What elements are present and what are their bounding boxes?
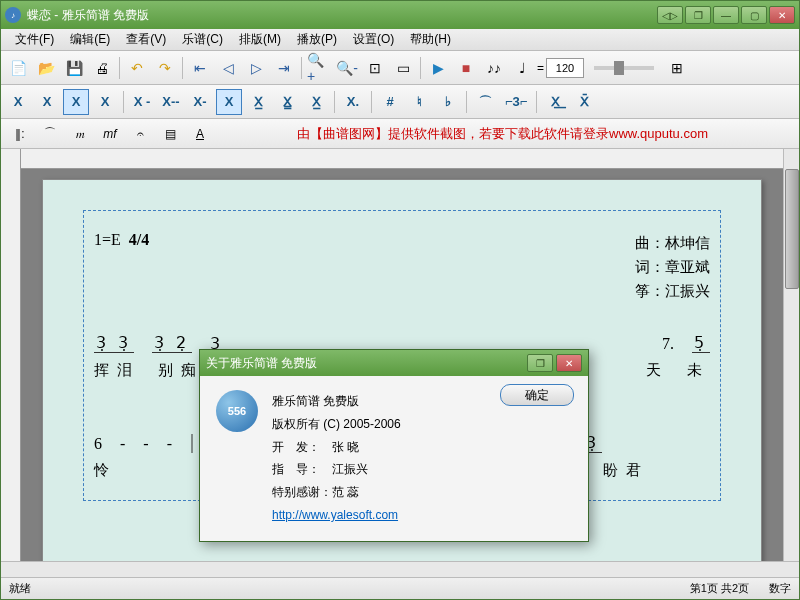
prev-icon[interactable]: ◁	[215, 55, 241, 81]
repeat-btn[interactable]: ‖:	[7, 122, 33, 146]
note-low-btn[interactable]: X͟	[542, 89, 568, 115]
redo-icon[interactable]: ↷	[152, 55, 178, 81]
note: 6	[94, 435, 102, 453]
settings-icon[interactable]: ⊞	[664, 55, 690, 81]
play-icon[interactable]: ▶	[425, 55, 451, 81]
zoom-in-icon[interactable]: 🔍+	[306, 55, 332, 81]
ruler-vertical	[1, 149, 21, 561]
maximize-button[interactable]: ▢	[741, 6, 767, 24]
status-text: 就绪	[9, 581, 690, 596]
triplet-btn[interactable]: ⌐3⌐	[501, 89, 531, 115]
scrollbar-vertical[interactable]	[783, 149, 799, 561]
note-btn[interactable]: X̳	[274, 89, 300, 115]
tempo-input[interactable]	[546, 58, 584, 78]
undo-icon[interactable]: ↶	[124, 55, 150, 81]
separator	[334, 91, 335, 113]
menu-edit[interactable]: 编辑(E)	[62, 29, 118, 50]
print-icon[interactable]: 🖨	[89, 55, 115, 81]
main-window: ♪ 蝶恋 - 雅乐简谱 免费版 ◁▷ ❐ — ▢ ✕ 文件(F) 编辑(E) 查…	[0, 0, 800, 600]
note-btn[interactable]: X	[5, 89, 31, 115]
ornament-btn[interactable]: 𝄐	[127, 122, 153, 146]
dialog-info: 雅乐简谱 免费版 版权所有 (C) 2005-2006 开 发： 张 晓 指 导…	[272, 390, 401, 527]
separator	[182, 57, 183, 79]
note-high-btn[interactable]: X̄	[571, 89, 597, 115]
zoom-page-icon[interactable]: ▭	[390, 55, 416, 81]
slider-thumb[interactable]	[614, 61, 624, 75]
note-btn[interactable]: X̲	[303, 89, 329, 115]
menu-layout[interactable]: 排版(M)	[231, 29, 289, 50]
time-sig: 4/4	[129, 231, 149, 248]
menu-settings[interactable]: 设置(O)	[345, 29, 402, 50]
lyric: 挥泪	[94, 361, 140, 380]
tempo-label: =	[537, 61, 544, 75]
note-icon[interactable]: ♩	[509, 55, 535, 81]
note: -	[120, 435, 125, 453]
about-dialog: 关于雅乐简谱 免费版 ❐ ✕ 556 雅乐简谱 免费版 版权所有 (C) 200…	[199, 349, 589, 542]
menu-play[interactable]: 播放(P)	[289, 29, 345, 50]
note-btn-active[interactable]: X	[63, 89, 89, 115]
text-btn[interactable]: ▤	[157, 122, 183, 146]
last-icon[interactable]: ⇥	[271, 55, 297, 81]
lyric: 盼君	[603, 461, 649, 480]
credit-label: 曲：	[635, 235, 665, 251]
save-icon[interactable]: 💾	[61, 55, 87, 81]
tempo-slider[interactable]	[594, 66, 654, 70]
menu-help[interactable]: 帮助(H)	[402, 29, 459, 50]
separator	[301, 57, 302, 79]
note-dot-btn[interactable]: X.	[340, 89, 366, 115]
note-btn[interactable]: X	[34, 89, 60, 115]
dialog-restore-icon[interactable]: ❐	[527, 354, 553, 372]
note-btn-active[interactable]: X	[216, 89, 242, 115]
fermata-btn[interactable]: 𝆐	[67, 122, 93, 146]
promo-link[interactable]: www.quputu.com	[609, 126, 708, 141]
next-icon[interactable]: ▷	[243, 55, 269, 81]
open-icon[interactable]: 📂	[33, 55, 59, 81]
zoom-out-icon[interactable]: 🔍-	[334, 55, 360, 81]
stop-icon[interactable]: ■	[453, 55, 479, 81]
app-icon: ♪	[5, 7, 21, 23]
ok-button[interactable]: 确定	[500, 384, 574, 406]
font-btn[interactable]: A	[187, 122, 213, 146]
flat-btn[interactable]: ♭	[435, 89, 461, 115]
toolbar-format: ‖: ⌒ 𝆐 mf 𝄐 ▤ A 由【曲谱图网】提供软件截图，若要下载此软件请登录…	[1, 119, 799, 149]
first-icon[interactable]: ⇤	[187, 55, 213, 81]
window-buttons: ◁▷ ❐ — ▢ ✕	[657, 6, 795, 24]
sharp-btn[interactable]: #	[377, 89, 403, 115]
note-btn[interactable]: X̲	[245, 89, 271, 115]
lyric: 怜	[94, 461, 117, 480]
note-btn[interactable]: X -	[129, 89, 155, 115]
barline: |	[190, 430, 194, 453]
note-btn[interactable]: X	[92, 89, 118, 115]
about-link[interactable]: http://www.yalesoft.com	[272, 508, 398, 522]
note-btn[interactable]: X-	[187, 89, 213, 115]
dialog-title-text: 关于雅乐简谱 免费版	[206, 355, 527, 372]
minimize-button[interactable]: —	[713, 6, 739, 24]
menu-score[interactable]: 乐谱(C)	[174, 29, 231, 50]
zoom-fit-icon[interactable]: ⊡	[362, 55, 388, 81]
restore-button[interactable]: ❐	[685, 6, 711, 24]
window-title: 蝶恋 - 雅乐简谱 免费版	[27, 7, 657, 24]
statusbar: 就绪 第1页 共2页 数字	[1, 577, 799, 599]
note: 5̣	[692, 333, 710, 353]
tie-btn[interactable]: ⌒	[472, 89, 498, 115]
note-duration-icon[interactable]: ♪♪	[481, 55, 507, 81]
status-pages: 第1页 共2页	[690, 581, 749, 596]
dynamic-btn[interactable]: mf	[97, 122, 123, 146]
slur-btn[interactable]: ⌒	[37, 122, 63, 146]
note: -	[143, 435, 148, 453]
dialog-close-icon[interactable]: ✕	[556, 354, 582, 372]
natural-btn[interactable]: ♮	[406, 89, 432, 115]
close-button[interactable]: ✕	[769, 6, 795, 24]
menu-file[interactable]: 文件(F)	[7, 29, 62, 50]
status-mode: 数字	[769, 581, 791, 596]
score-header: 1=E 4/4 曲：林坤信 词：章亚斌 筝：江振兴	[94, 231, 710, 303]
nav-button[interactable]: ◁▷	[657, 6, 683, 24]
lyric: 未	[687, 361, 710, 380]
menu-view[interactable]: 查看(V)	[118, 29, 174, 50]
scrollbar-horizontal[interactable]	[1, 561, 799, 577]
scroll-thumb[interactable]	[785, 169, 799, 289]
note-btn[interactable]: X--	[158, 89, 184, 115]
separator	[420, 57, 421, 79]
about-developer: 开 发： 张 晓	[272, 436, 401, 459]
new-icon[interactable]: 📄	[5, 55, 31, 81]
